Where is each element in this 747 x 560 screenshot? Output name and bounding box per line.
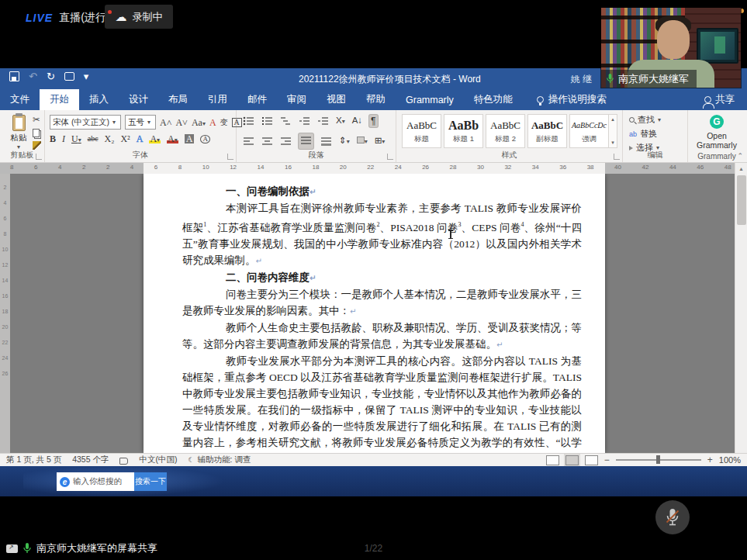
style-gallery-scroll[interactable]: ▴ ▾ [608, 114, 617, 148]
mute-microphone-button[interactable] [655, 500, 690, 534]
align-left-button[interactable] [243, 137, 254, 146]
vertical-scrollbar[interactable]: ▴ [735, 163, 747, 453]
style-card-强调[interactable]: AaBbCcDc强调 [569, 114, 609, 148]
tab-Grammarly[interactable]: Grammarly [396, 89, 464, 110]
font-name-select[interactable]: 宋体 (中文正文) ▾ [50, 115, 121, 130]
align-right-button[interactable] [280, 137, 292, 146]
style-card-标题 1[interactable]: AaBb标题 1 [444, 114, 483, 148]
tab-文件[interactable]: 文件 [0, 89, 40, 110]
sort-button[interactable]: A↓ [352, 116, 362, 126]
shading-button[interactable]: ▾ [357, 137, 368, 146]
paragraph-dialog-launcher[interactable] [387, 154, 393, 160]
page-count-status[interactable]: 第 1 页, 共 5 页 [6, 455, 61, 465]
strikethrough-button[interactable]: abc [88, 135, 99, 143]
search-submit-button[interactable]: 搜索一下 [134, 472, 167, 491]
style-card-副标题[interactable]: AaBbC副标题 [527, 114, 567, 148]
subscript-button[interactable]: X₂ [105, 134, 115, 143]
font-color-button[interactable]: A▾ [167, 134, 178, 143]
cut-button[interactable]: ✂ [33, 116, 41, 125]
font-dialog-launcher[interactable] [227, 154, 233, 160]
text-effects-button[interactable]: A [137, 134, 144, 143]
open-grammarly-button[interactable]: Open Grammarly [688, 131, 745, 150]
zoom-percentage[interactable]: 100% [719, 455, 741, 465]
web-layout-button[interactable] [585, 455, 598, 465]
italic-button[interactable]: I [62, 134, 65, 143]
distribute-button[interactable] [320, 137, 332, 146]
decrease-indent-button[interactable] [299, 116, 310, 126]
copy-button[interactable] [33, 129, 40, 137]
line-spacing-button[interactable]: ⇕▾ [339, 137, 350, 146]
vertical-ruler[interactable]: 2468101214161820222426 [0, 174, 10, 453]
superscript-button[interactable]: X² [120, 134, 130, 143]
bullet-list-button[interactable] [243, 116, 254, 126]
justify-toggle[interactable] [299, 133, 313, 149]
share-button[interactable]: 共享 [692, 89, 747, 110]
bold-button[interactable]: B [50, 134, 56, 143]
scroll-up-arrow-icon[interactable]: ▴ [735, 163, 747, 172]
accessibility-status[interactable]: 辅助功能: 调查 [198, 455, 251, 465]
proofing-status-icon[interactable] [119, 458, 128, 465]
style-scroll-up-icon[interactable]: ▴ [611, 116, 614, 123]
replace-button[interactable]: ab 替换 [629, 128, 661, 140]
word-count-status[interactable]: 4355 个字 [72, 455, 109, 465]
tab-帮助[interactable]: 帮助 [356, 89, 396, 110]
shrink-font-button[interactable]: A˅ [175, 118, 187, 127]
zoom-in-button[interactable]: + [707, 455, 713, 465]
character-shading-button[interactable]: A [185, 134, 195, 143]
save-button[interactable] [9, 71, 19, 81]
tab-邮件[interactable]: 邮件 [237, 89, 277, 110]
multilevel-list-button[interactable] [280, 116, 292, 126]
print-layout-button[interactable] [565, 455, 579, 465]
styles-dialog-launcher[interactable] [614, 154, 620, 160]
scrollbar-thumb[interactable] [737, 175, 746, 225]
format-painter-button[interactable] [33, 141, 41, 150]
undo-button[interactable]: ↶ [29, 71, 37, 81]
numbered-list-button[interactable] [261, 116, 273, 126]
webcam-video[interactable]: 南京师大姚继军 [601, 8, 741, 88]
zoom-slider[interactable] [616, 459, 701, 461]
language-status[interactable]: 中文(中国) [139, 455, 177, 465]
tab-视图[interactable]: 视图 [316, 89, 356, 110]
doc-paragraph-3: 问卷主要分为三个模块：一是教师个人基本情况，二是教师专业发展水平，三是教师专业发… [182, 286, 582, 320]
read-mode-button[interactable] [546, 455, 559, 465]
align-center-button[interactable] [261, 137, 273, 146]
clipboard-dialog-launcher[interactable] [36, 154, 42, 160]
zoom-slider-thumb[interactable] [656, 455, 660, 464]
zoom-out-button[interactable]: − [604, 455, 610, 465]
phonetic-guide-button[interactable]: 变 [220, 119, 228, 126]
redo-button[interactable]: ↻ [47, 71, 55, 81]
tab-开始[interactable]: 开始 [40, 89, 79, 110]
highlight-color-button[interactable]: A▾ [149, 134, 161, 143]
find-button[interactable]: 查找 ▾ [629, 114, 661, 126]
change-case-button[interactable]: Aa▾ [192, 118, 206, 127]
underline-button[interactable]: U▾ [71, 134, 81, 143]
tab-布局[interactable]: 布局 [158, 89, 198, 110]
tab-插入[interactable]: 插入 [79, 89, 119, 110]
grow-font-button[interactable]: A˄ [160, 118, 171, 127]
customize-qat-button[interactable]: ▾ [84, 71, 89, 81]
taskbar-search-input[interactable]: e 输入你想搜的 [57, 472, 134, 491]
collapse-ribbon-button[interactable]: ⌃ [737, 152, 743, 160]
tab-特色功能[interactable]: 特色功能 [464, 89, 523, 110]
enclose-characters-button[interactable]: A [200, 135, 210, 143]
draw-mode-button[interactable] [64, 72, 74, 81]
show-marks-toggle[interactable]: ¶ [369, 115, 377, 127]
asian-layout-button[interactable]: X▾ [336, 116, 345, 126]
clear-formatting-button[interactable]: A [209, 118, 216, 127]
style-scroll-down-icon[interactable]: ▾ [611, 140, 614, 146]
increase-indent-button[interactable] [317, 116, 329, 126]
style-card-标题[interactable]: AaBbC标题 [402, 114, 441, 148]
style-card-标题 2[interactable]: AaBbC标题 2 [486, 114, 525, 148]
recording-badge[interactable]: ☁ 录制中 [105, 5, 173, 29]
tab-设计[interactable]: 设计 [119, 89, 158, 110]
paste-button[interactable]: 粘贴 ▾ [7, 115, 30, 150]
browser-e-icon: e [60, 477, 70, 487]
tab-引用[interactable]: 引用 [198, 89, 237, 110]
borders-button[interactable]: ⊞▾ [375, 137, 386, 146]
tell-me-search[interactable]: 操作说明搜索 [527, 89, 616, 110]
font-size-select[interactable]: 五号 ▾ [125, 115, 156, 130]
horizontal-ruler[interactable]: 8642246810121416182022242628303234363840… [0, 163, 735, 174]
doc-paragraph-0: 一、问卷编制依据↵ [182, 183, 582, 200]
tab-审阅[interactable]: 审阅 [277, 89, 316, 110]
document-page[interactable]: 一、问卷编制依据↵本测评工具旨在测评徐州教师专业素养，主要参考 TALIS 教师… [144, 174, 605, 453]
